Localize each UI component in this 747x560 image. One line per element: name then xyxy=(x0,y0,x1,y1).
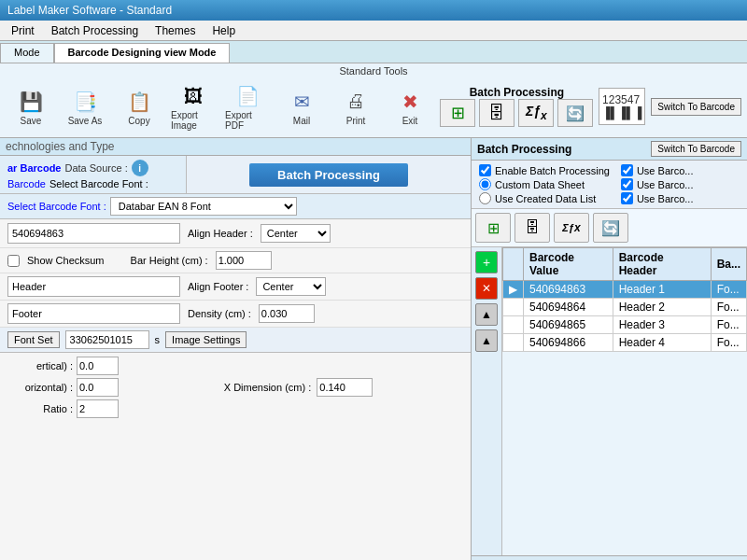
barcode-preview-small: 123547▐▌▐▌▐ xyxy=(599,88,645,125)
info-button[interactable]: i xyxy=(132,160,148,176)
switch-to-barcode-button[interactable]: Switch To Barcode xyxy=(651,98,741,116)
use-barco-2-checkbox[interactable] xyxy=(621,178,633,190)
bar-height-input[interactable] xyxy=(216,251,272,270)
copy-label: Copy xyxy=(128,116,149,126)
bottom-actions: Add Row ▼ Clear Records ▼ Delete Row ▼ xyxy=(472,555,747,560)
menu-help[interactable]: Help xyxy=(204,22,243,39)
vertical-offset-label: ertical) : xyxy=(7,360,73,371)
use-barco-2-row: Use Barco... xyxy=(621,178,694,190)
switch-barcode-button[interactable]: Switch To Barcode xyxy=(651,141,741,157)
col-header-indicator xyxy=(503,248,524,281)
tab-mode[interactable]: Mode xyxy=(0,43,54,63)
align-header-select[interactable]: Center xyxy=(261,224,331,243)
mode-tabs: Mode Barcode Designing view Mode xyxy=(0,41,747,63)
exit-label: Exit xyxy=(402,116,418,126)
print-button[interactable]: 🖨 Print xyxy=(331,85,381,129)
image-settings-button[interactable]: Image Settings xyxy=(165,331,247,348)
use-barco-3-checkbox[interactable] xyxy=(621,192,633,204)
batch-excel-icon[interactable]: ⊞ xyxy=(440,99,475,127)
table-row[interactable]: 540694865 Header 3 Fo... xyxy=(503,316,747,334)
table-row[interactable]: 540694864 Header 2 Fo... xyxy=(503,299,747,316)
use-barco-3-label: Use Barco... xyxy=(637,193,694,204)
vertical-offset-row: ertical) : xyxy=(7,357,119,375)
font-set-number[interactable] xyxy=(65,330,149,349)
show-checksum-checkbox[interactable] xyxy=(7,255,20,267)
align-header-label: Align Header : xyxy=(188,228,253,239)
save-as-label: Save As xyxy=(68,116,103,126)
print-icon: 🖨 xyxy=(341,88,371,116)
show-checksum-label: Show Checksum xyxy=(27,255,105,266)
row-barcode-header: Header 3 xyxy=(613,316,711,334)
use-barco-1-checkbox[interactable] xyxy=(621,164,633,176)
menu-themes[interactable]: Themes xyxy=(148,22,203,39)
vertical-offset-input[interactable] xyxy=(77,357,119,375)
align-footer-select[interactable]: Center xyxy=(256,277,326,296)
exit-button[interactable]: ✖ Exit xyxy=(385,85,435,129)
select-font-label: Select Barcode Font : xyxy=(7,201,106,212)
save-as-button[interactable]: 📑 Save As xyxy=(60,85,110,129)
copy-icon: 📋 xyxy=(124,88,154,116)
mail-label: Mail xyxy=(293,116,310,126)
move-up-2-btn[interactable]: ▲ xyxy=(475,329,498,352)
add-row-btn[interactable]: + xyxy=(475,251,498,273)
tab-barcode-design[interactable]: Barcode Designing view Mode xyxy=(54,43,231,63)
font-selector-row: Select Barcode Font : Databar EAN 8 Font… xyxy=(0,194,471,219)
horizontal-offset-input[interactable] xyxy=(77,378,119,397)
header-input[interactable] xyxy=(7,276,180,297)
table-row[interactable]: 540694866 Header 4 Fo... xyxy=(503,334,747,352)
batch-refresh-icon[interactable]: 🔄 xyxy=(557,99,593,127)
row-barcode-header: Header 2 xyxy=(613,299,711,316)
table-row[interactable]: ▶ 540694863 Header 1 Fo... xyxy=(503,281,747,299)
batch-title-area: Batch Processing xyxy=(187,156,471,193)
density-input[interactable] xyxy=(259,304,315,323)
footer-input[interactable] xyxy=(7,303,180,324)
rt-formula-btn[interactable]: Σƒx xyxy=(554,213,589,243)
xdim-area: X Dimension (cm) : xyxy=(134,378,463,397)
exit-icon: ✖ xyxy=(395,88,425,116)
row-footer: Fo... xyxy=(711,316,746,334)
table-area: + ✕ ▲ ▲ Barcode Value Barcode Header Ba.… xyxy=(472,247,747,555)
copy-button[interactable]: 📋 Copy xyxy=(114,85,164,129)
use-barco-3-row: Use Barco... xyxy=(621,192,694,204)
mail-button[interactable]: ✉ Mail xyxy=(276,85,327,129)
use-created-radio[interactable] xyxy=(479,192,491,204)
barcode-font-select[interactable]: Databar EAN 8 Font xyxy=(110,197,297,216)
enable-batch-checkbox[interactable] xyxy=(479,164,491,176)
rt-db-btn[interactable]: 🗄 xyxy=(514,213,550,243)
title-text: Label Maker Software - Standard xyxy=(7,4,172,17)
font-set-row: Font Set s Image Settings xyxy=(0,328,471,353)
offsets-row: ertical) : orizontal) : Ratio : X Dimens… xyxy=(7,357,463,418)
xdim-input[interactable] xyxy=(317,378,373,397)
custom-sheet-radio[interactable] xyxy=(479,178,491,190)
menu-print[interactable]: Print xyxy=(4,22,42,39)
use-barco-1-label: Use Barco... xyxy=(637,165,694,176)
move-up-btn[interactable]: ▲ xyxy=(475,303,498,326)
ratio-input[interactable] xyxy=(77,399,119,418)
batch-title: Batch Processing xyxy=(249,163,408,187)
delete-row-btn[interactable]: ✕ xyxy=(475,277,498,300)
font-set-button[interactable]: Font Set xyxy=(7,331,60,348)
export-pdf-button[interactable]: 📄 Export PDF xyxy=(222,79,273,133)
data-table-wrapper: Barcode Value Barcode Header Ba... ▶ 540… xyxy=(502,247,747,555)
menu-batch[interactable]: Batch Processing xyxy=(44,22,146,39)
horizontal-offset-label: orizontal) : xyxy=(7,382,73,393)
save-button[interactable]: 💾 Save xyxy=(6,85,56,129)
type-batch-row: ar Barcode Data Source : i Barcode Selec… xyxy=(0,156,471,194)
row-indicator xyxy=(503,316,524,334)
left-panel: echnologies and Type ar Barcode Data Sou… xyxy=(0,138,472,560)
row-indicator xyxy=(503,299,524,316)
batch-processing-right-label: Batch Processing xyxy=(477,143,571,156)
batch-formula-icon[interactable]: Σƒx xyxy=(518,99,554,127)
use-created-row: Use Created Data List xyxy=(479,192,610,204)
export-image-button[interactable]: 🖼 Export Image xyxy=(168,79,218,133)
rt-refresh-btn[interactable]: 🔄 xyxy=(593,213,628,243)
custom-sheet-row: Custom Data Sheet xyxy=(479,178,610,190)
tech-type-bar: echnologies and Type xyxy=(0,138,471,156)
batch-db-icon[interactable]: 🗄 xyxy=(479,99,514,127)
barcode-value-input[interactable] xyxy=(7,223,180,244)
batch-options: Enable Batch Processing Custom Data Shee… xyxy=(472,161,747,209)
font-s-label: s xyxy=(155,334,161,345)
rt-excel-btn[interactable]: ⊞ xyxy=(475,213,511,243)
ratio-row: Ratio : xyxy=(7,399,119,418)
col-header-barcode-header: Barcode Header xyxy=(613,248,711,281)
